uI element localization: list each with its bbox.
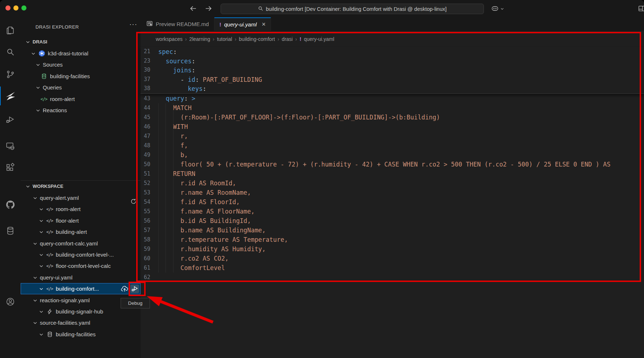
breadcrumb-item[interactable]: 2learning bbox=[189, 36, 210, 42]
code-line-30[interactable]: 30joins: bbox=[141, 66, 644, 75]
section-header-workspace[interactable]: WORKSPACE bbox=[21, 181, 141, 192]
tree-item-label: building-alert bbox=[56, 229, 87, 235]
code-line-44[interactable]: 44MATCH bbox=[141, 103, 644, 113]
activity-account-icon[interactable] bbox=[0, 292, 21, 311]
activity-github-icon[interactable] bbox=[0, 195, 21, 214]
tree-item-sources[interactable]: Sources bbox=[21, 59, 141, 70]
code-line-56[interactable]: 56b.id AS BuildingId, bbox=[141, 216, 644, 226]
window-maximize-button[interactable] bbox=[21, 5, 26, 10]
window-close-button[interactable] bbox=[5, 5, 11, 10]
tree-item-building-facilities[interactable]: building-facilities bbox=[21, 329, 141, 340]
cloud-upload-icon[interactable] bbox=[120, 285, 129, 293]
line-number: 51 bbox=[141, 169, 150, 178]
debug-icon[interactable] bbox=[130, 285, 139, 293]
activity-extensions-icon[interactable] bbox=[0, 158, 21, 177]
tree-item-label: reaction-signalr.yaml bbox=[40, 297, 90, 303]
code-line-45[interactable]: 45(r:Room)-[:PART_OF_FLOOR]->(f:Floor)-[… bbox=[141, 113, 644, 122]
chevron-down-icon bbox=[39, 207, 44, 212]
chevron-down-icon bbox=[33, 298, 38, 303]
activity-source-control-icon[interactable] bbox=[0, 65, 21, 84]
code-text: b.name AS BuildingName, bbox=[180, 226, 265, 235]
chevron-down-icon bbox=[35, 85, 41, 90]
code-line-54[interactable]: 54f.id AS FloorId, bbox=[141, 197, 644, 207]
tree-item-queries[interactable]: Queries bbox=[21, 82, 141, 93]
tree-item-label: building-facilities bbox=[56, 331, 96, 337]
yaml-bang-icon: ! bbox=[219, 21, 221, 28]
activity-run-and-debug-icon[interactable] bbox=[0, 110, 21, 129]
layout-icon[interactable] bbox=[638, 5, 644, 13]
code-text: r.temperature AS Temperature, bbox=[180, 235, 288, 244]
command-center[interactable]: building-comfort [Dev Container: Buildin… bbox=[221, 4, 484, 14]
back-arrow-icon[interactable] bbox=[189, 4, 197, 14]
section-header-drasi[interactable]: DRASI bbox=[21, 36, 141, 47]
line-number: 47 bbox=[141, 131, 150, 141]
tree-item-query-alert-yaml[interactable]: query-alert.yaml bbox=[21, 192, 141, 203]
breadcrumb-item[interactable]: workspaces bbox=[156, 36, 183, 42]
tree-item-room-alert[interactable]: </>room-alert bbox=[21, 203, 141, 215]
code-line-58[interactable]: 58r.temperature AS Temperature, bbox=[141, 235, 644, 244]
chevron-down-icon bbox=[39, 229, 44, 235]
code-line-50[interactable]: 50floor( 50 + (r.temperature - 72) + (r.… bbox=[141, 160, 644, 169]
activity-explorer-icon[interactable] bbox=[0, 21, 21, 39]
chevron-down-icon bbox=[39, 252, 44, 257]
code-text: WITH bbox=[173, 122, 188, 131]
tree-item-source-facilities-yaml[interactable]: source-facilities.yaml bbox=[21, 317, 141, 328]
tab-preview-readme[interactable]: Preview README.md bbox=[141, 17, 214, 31]
code-area[interactable]: 43query: >44MATCH45(r:Room)-[:PART_OF_FL… bbox=[141, 94, 644, 358]
code-text: b.id AS BuildingId, bbox=[180, 216, 251, 226]
tree-item-k3d-drasi-tutorial[interactable]: k3d-drasi-tutorial bbox=[21, 48, 141, 59]
code-line-23[interactable]: 23sources: bbox=[141, 56, 644, 66]
tree-item-query-comfort-calc-yaml[interactable]: query-comfort-calc.yaml bbox=[21, 238, 141, 249]
sticky-scroll: 21spec:23sources:30joins:37- id: PART_OF… bbox=[141, 47, 644, 94]
tree-item-building-comfort-[interactable]: </>building-comfort... bbox=[21, 283, 141, 294]
sidebar-title: DRASI EXPLORER bbox=[35, 24, 79, 30]
copilot-menu[interactable] bbox=[491, 5, 505, 14]
code-line-49[interactable]: 49b, bbox=[141, 150, 644, 160]
code-line-61[interactable]: 61ComfortLevel bbox=[141, 263, 644, 273]
vscode-window: building-comfort [Dev Container: Buildin… bbox=[0, 0, 644, 358]
code-line-60[interactable]: 60r.co2 AS CO2, bbox=[141, 254, 644, 263]
code-line-46[interactable]: 46WITH bbox=[141, 122, 644, 131]
line-number: 50 bbox=[141, 160, 150, 169]
chevron-down-icon bbox=[35, 62, 41, 67]
tree-item-reactions[interactable]: Reactions bbox=[21, 105, 141, 116]
code-line-52[interactable]: 52r.id AS RoomId, bbox=[141, 178, 644, 188]
tab-query-ui-yaml[interactable]: ! query-ui.yaml × bbox=[214, 17, 271, 31]
activity-drasi-icon[interactable] bbox=[0, 87, 21, 105]
line-number: 60 bbox=[141, 254, 150, 263]
code-line-43[interactable]: 43query: > bbox=[141, 94, 644, 103]
tree-item-floor-comfort-level-calc[interactable]: </>floor-comfort-level-calc bbox=[21, 260, 141, 271]
close-icon[interactable]: × bbox=[262, 21, 266, 28]
tree-item-query-ui-yaml[interactable]: query-ui.yaml bbox=[21, 272, 141, 283]
breadcrumb-item[interactable]: tutorial bbox=[217, 36, 232, 42]
tree-item-floor-alert[interactable]: </>floor-alert bbox=[21, 215, 141, 226]
activity-database-icon[interactable] bbox=[0, 221, 21, 240]
code-line-47[interactable]: 47r, bbox=[141, 131, 644, 141]
breadcrumb-item[interactable]: building-comfort bbox=[239, 36, 275, 42]
tree-item-building-comfort-level-[interactable]: </>building-comfort-level-... bbox=[21, 249, 141, 260]
tree-item-building-facilities[interactable]: building-facilities bbox=[21, 71, 141, 82]
forward-arrow-icon[interactable] bbox=[204, 4, 213, 14]
code-line-38[interactable]: 38keys: bbox=[141, 84, 644, 93]
code-text: (r:Room)-[:PART_OF_FLOOR]->(f:Floor)-[:P… bbox=[180, 113, 440, 122]
activity-remote-explorer-icon[interactable] bbox=[0, 136, 21, 155]
indent-guide bbox=[166, 103, 166, 273]
more-actions-icon[interactable]: ··· bbox=[129, 20, 137, 28]
code-line-37[interactable]: 37- id: PART_OF_BUILDING bbox=[141, 75, 644, 84]
chevron-down-icon bbox=[39, 309, 44, 314]
code-line-62[interactable]: 62 bbox=[141, 273, 644, 282]
window-minimize-button[interactable] bbox=[13, 5, 18, 10]
code-line-53[interactable]: 53r.name AS RoomName, bbox=[141, 188, 644, 197]
code-line-55[interactable]: 55f.name AS FloorName, bbox=[141, 207, 644, 216]
activity-search-icon[interactable] bbox=[0, 42, 21, 61]
breadcrumb-item[interactable]: drasi bbox=[282, 36, 293, 42]
code-line-57[interactable]: 57b.name AS BuildingName, bbox=[141, 226, 644, 235]
code-line-59[interactable]: 59r.humidity AS Humidity, bbox=[141, 244, 644, 254]
code-line-48[interactable]: 48f, bbox=[141, 141, 644, 150]
breadcrumb[interactable]: workspaces›2learning›tutorial›building-c… bbox=[156, 31, 334, 47]
breadcrumb-item[interactable]: query-ui.yaml bbox=[304, 36, 334, 42]
tree-item-room-alert[interactable]: </>room-alert bbox=[21, 93, 141, 105]
code-line-51[interactable]: 51RETURN bbox=[141, 169, 644, 178]
code-line-21[interactable]: 21spec: bbox=[141, 47, 644, 56]
tree-item-building-alert[interactable]: </>building-alert bbox=[21, 226, 141, 237]
